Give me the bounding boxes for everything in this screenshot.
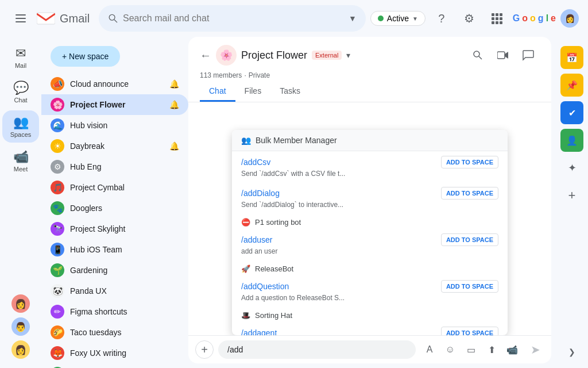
add-to-space-btn-3[interactable]: ADD TO SPACE	[441, 280, 498, 293]
apps-icon[interactable]	[485, 7, 508, 30]
input-add-button[interactable]: +	[195, 340, 214, 359]
popup-item-addquestion[interactable]: /addQuestion ADD TO SPACE Add a question…	[232, 275, 508, 306]
popup-list: /addCsv ADD TO SPACE Send `/addCsv` with…	[232, 151, 508, 335]
hub-eng-icon: ⚙	[51, 160, 64, 174]
command-addcsv: /addCsv	[241, 158, 270, 167]
right-contacts-icon[interactable]: 👤	[560, 129, 583, 152]
add-to-space-btn-4[interactable]: ADD TO SPACE	[441, 327, 498, 335]
nav-item-meet[interactable]: 📹 Meet	[2, 145, 39, 177]
sidebar-item-panda-ux[interactable]: 🐼 Panda UX	[41, 281, 188, 301]
svg-rect-8	[500, 13, 502, 16]
add-to-space-btn-1[interactable]: ADD TO SPACE	[441, 187, 498, 200]
sidebar-item-foxy-ux[interactable]: 🦊 Foxy UX writing	[41, 343, 188, 363]
sidebar-item-project-cymbal[interactable]: 🎵 Project Cymbal	[41, 177, 188, 198]
popup-header: 👥 Bulk Member Manager	[232, 130, 508, 151]
sidebar: + New space 📣 Cloud announce 🔔 🌸 Project…	[41, 37, 188, 368]
right-panel-expand-icon[interactable]: ❯	[565, 345, 579, 359]
sidebar-item-hub-ios[interactable]: 📱 Hub iOS Team	[41, 239, 188, 260]
send-button[interactable]: ➤	[526, 340, 544, 359]
desc-adduser: add an user	[241, 247, 498, 255]
sidebar-item-coco-melon[interactable]: 🍉 Coco Melon	[41, 363, 188, 368]
sidebar-item-taco-tuesdays[interactable]: 🌮 Taco tuesdays	[41, 322, 188, 343]
search-bar[interactable]: ▼	[99, 5, 366, 32]
nav-avatar-3[interactable]: 👩	[11, 340, 30, 359]
header-video-icon[interactable]	[492, 44, 514, 67]
figma-shortcuts-icon: ✏	[51, 305, 64, 319]
section-p1-sorting-bot: ⛔ P1 sorting bot	[232, 213, 508, 229]
section-releasebot: 🚀 ReleaseBot	[232, 260, 508, 275]
popup-command-row-1: /addDialog ADD TO SPACE	[241, 187, 498, 200]
header-chat-icon[interactable]	[517, 44, 540, 67]
tab-tasks[interactable]: Tasks	[270, 82, 310, 102]
nav-item-mail[interactable]: ✉ Mail	[2, 41, 39, 74]
help-icon[interactable]: ?	[430, 7, 453, 30]
right-star-icon[interactable]: ✦	[560, 156, 583, 179]
section-sorting-icon: 🎩	[241, 311, 250, 320]
svg-line-16	[479, 56, 482, 59]
popup-item-adddialog[interactable]: /addDialog ADD TO SPACE Send `/addDialog…	[232, 182, 508, 213]
sidebar-item-hub-vision[interactable]: 🌊 Hub vision	[41, 115, 188, 136]
nav-avatar-1[interactable]: 👩	[11, 294, 30, 313]
settings-icon[interactable]: ⚙	[458, 7, 481, 30]
emoji-icon[interactable]: ☺	[441, 340, 459, 359]
user-avatar[interactable]: 👩	[560, 9, 579, 28]
section-sorting-label: Sorting Hat	[255, 311, 292, 320]
nav-item-spaces[interactable]: 👥 Spaces	[2, 110, 39, 143]
input-actions: A ☺ ▭ ⬆ 📹	[420, 340, 521, 359]
active-status-badge[interactable]: Active ▼	[370, 11, 425, 26]
add-to-space-btn-2[interactable]: ADD TO SPACE	[441, 233, 498, 246]
upload-icon[interactable]: ⬆	[482, 340, 501, 359]
sidebar-label-figma-shortcuts: Figma shortcuts	[70, 307, 179, 316]
right-add-icon[interactable]: +	[560, 184, 583, 207]
tab-files[interactable]: Files	[235, 82, 271, 102]
tab-chat[interactable]: Chat	[200, 82, 235, 102]
right-tasks-icon[interactable]: ✔	[560, 101, 583, 124]
hub-ios-icon: 📱	[51, 243, 64, 256]
space-avatar: 🌸	[216, 45, 237, 66]
back-button[interactable]: ←	[200, 49, 211, 62]
sidebar-label-taco-tuesdays: Taco tuesdays	[70, 328, 179, 337]
header-search-icon[interactable]	[466, 44, 489, 67]
right-calendar-icon[interactable]: 📅	[560, 46, 583, 69]
svg-rect-11	[500, 17, 502, 20]
dooglers-icon: 🐾	[51, 201, 64, 215]
members-count: 113 members	[200, 71, 242, 79]
text-format-icon[interactable]: A	[420, 340, 439, 359]
content-area: ← 🌸 Project Flower External ▾	[188, 37, 551, 363]
pin-icon-daybreak: 🔔	[169, 141, 179, 151]
message-input[interactable]	[218, 340, 416, 359]
sidebar-item-project-flower[interactable]: 🌸 Project Flower 🔔	[41, 94, 188, 115]
space-title-row: ← 🌸 Project Flower External ▾	[200, 44, 540, 67]
sidebar-item-gardening[interactable]: 🌱 Gardening	[41, 260, 188, 281]
sidebar-item-hub-eng[interactable]: ⚙ Hub Eng	[41, 156, 188, 177]
sidebar-item-figma-shortcuts[interactable]: ✏ Figma shortcuts	[41, 301, 188, 322]
popup-item-addcsv[interactable]: /addCsv ADD TO SPACE Send `/addCsv` with…	[232, 151, 508, 182]
space-name: Project Flower	[241, 49, 307, 62]
popup-item-addagent[interactable]: /addagent ADD TO SPACE Add a new agent t…	[232, 322, 508, 335]
screen-icon[interactable]: ▭	[462, 340, 480, 359]
nav-item-chat[interactable]: 💬 Chat	[2, 76, 39, 108]
sidebar-item-cloud-announce[interactable]: 📣 Cloud announce 🔔	[41, 74, 188, 94]
video-call-icon[interactable]: 📹	[503, 340, 521, 359]
command-addagent: /addagent	[241, 328, 277, 335]
input-bar: + A ☺ ▭ ⬆ 📹 ➤	[188, 335, 551, 363]
sidebar-item-project-skylight[interactable]: 🔭 Project Skylight	[41, 218, 188, 239]
right-keep-icon[interactable]: 📌	[560, 74, 583, 97]
search-input[interactable]	[123, 13, 344, 24]
sidebar-item-daybreak[interactable]: ☀ Daybreak 🔔	[41, 136, 188, 156]
popup-command-row-4: /addagent ADD TO SPACE	[241, 327, 498, 335]
nav-label-spaces: Spaces	[10, 131, 32, 138]
menu-icon[interactable]	[9, 7, 32, 30]
sidebar-item-dooglers[interactable]: 🐾 Dooglers	[41, 198, 188, 218]
sidebar-label-hub-ios: Hub iOS Team	[70, 245, 179, 254]
external-badge: External	[312, 51, 342, 60]
sidebar-label-dooglers: Dooglers	[70, 204, 179, 213]
add-to-space-btn-0[interactable]: ADD TO SPACE	[441, 156, 498, 168]
popup-item-adduser[interactable]: /adduser ADD TO SPACE add an user	[232, 229, 508, 260]
new-space-button[interactable]: + New space	[51, 46, 120, 67]
topbar: Gmail ▼ Active ▼ ? ⚙ Google 👩	[0, 0, 588, 37]
search-expand-icon[interactable]: ▼	[349, 14, 357, 23]
project-flower-icon: 🌸	[51, 98, 64, 112]
space-chevron-icon[interactable]: ▾	[346, 51, 350, 60]
nav-avatar-2[interactable]: 👨	[11, 317, 30, 336]
